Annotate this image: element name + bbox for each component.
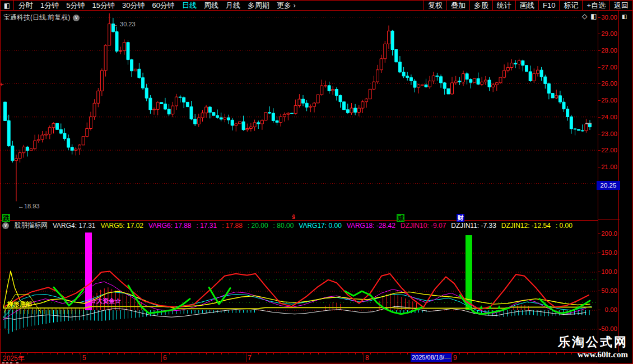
tool-button-6[interactable]: F10	[538, 1, 559, 11]
left-edge-marker: +	[0, 80, 4, 88]
menu-item-1[interactable]: 分时	[18, 1, 33, 11]
tool-button-9[interactable]: 返回	[609, 1, 632, 11]
menu-bar: ◧ 分时1分钟5分钟15分钟30分钟60分钟日线周线月线多周期更多 › 复权叠加…	[1, 1, 632, 11]
menu-item-11[interactable]: 更多 ›	[277, 1, 296, 11]
s-signal-marker: ŝ	[290, 213, 297, 221]
watermark-site-name: 乐淘公式网	[558, 335, 628, 349]
price-axis-label: 24.00	[601, 114, 617, 120]
window-split-icon[interactable]: ◧	[1, 1, 14, 11]
high-price-annotation: ← 30.23	[112, 21, 136, 27]
price-axis-label: 25.00	[601, 97, 617, 104]
watermark-url: www.60lt.com	[558, 349, 628, 360]
tool-button-4[interactable]: 统计	[492, 1, 515, 11]
tool-button-3[interactable]: 多股	[469, 1, 492, 11]
candlestick-chart[interactable]	[1, 11, 598, 220]
low-price-annotation: ←18.93	[18, 203, 40, 209]
indicator-axis-label: 0.00	[605, 306, 617, 313]
price-axis: 20.25 30.0029.0028.0027.0026.0025.0024.0…	[598, 11, 619, 352]
indicator-param-1: VARG4: 17.31	[53, 222, 96, 230]
indicator-axis-label: 100.0	[601, 268, 617, 275]
indicator-param-3: VARG6: 17.88	[148, 222, 192, 230]
fall-signal-badge: 跌	[2, 214, 10, 222]
selected-date-tag: 2025/08/18/—	[411, 353, 452, 362]
indicator-header: ∨ 股朋指标网 VARG4: 17.31VARG5: 17.02VARG6: 1…	[2, 221, 573, 230]
menu-item-6[interactable]: 60分钟	[152, 1, 174, 11]
indicator-param-5: : 17.88	[222, 222, 243, 230]
diamond-icon[interactable]: ◇	[582, 12, 590, 20]
watermark: 乐淘公式网 www.60lt.com	[558, 335, 628, 360]
big-money-label: ☆大资金☆	[90, 297, 121, 305]
indicator-param-9: VARG18: -28.42	[347, 222, 395, 230]
indicator-param-12: DZJIN12: -12.54	[501, 222, 551, 230]
selected-date-dash: —	[444, 354, 450, 361]
tool-button-8[interactable]: +自选	[582, 1, 609, 11]
menu-item-4[interactable]: 15分钟	[92, 1, 114, 11]
chevron-down-icon[interactable]: ∨	[73, 15, 80, 21]
time-axis-label: 2025年	[3, 354, 25, 363]
jian-signal-badge: 减	[397, 214, 404, 222]
indicator-param-11: DZJIN11: -7.33	[451, 222, 496, 230]
price-axis-label: 21.00	[601, 164, 617, 170]
indicator-param-8: VARG17: 0.00	[299, 222, 342, 230]
indicator-param-4: : 17.31	[197, 222, 217, 230]
indicator-param-13: : 0.00	[556, 222, 573, 230]
tool-button-7[interactable]: 标记	[559, 1, 582, 11]
menu-item-9[interactable]: 月线	[226, 1, 240, 11]
menu-item-2[interactable]: 1分钟	[40, 1, 59, 11]
menu-item-10[interactable]: 多周期	[248, 1, 269, 11]
tool-button-2[interactable]: 叠加	[446, 1, 469, 11]
main-chart-panel[interactable]: 宝通科技(日线.前复权) ∨ ◇◧ ← 30.23 ←18.93 + 跌 ŝ 减…	[1, 11, 598, 220]
ladder-bottom-label: 梯形底部	[7, 300, 32, 309]
menu-item-3[interactable]: 5分钟	[66, 1, 85, 11]
indicator-axis-label: 50.00	[601, 287, 617, 294]
right-side-strip: ◧	[620, 11, 633, 352]
panel-split-icon[interactable]: ◧	[622, 13, 627, 20]
indicator-param-2: VARG5: 17.02	[101, 222, 144, 230]
time-axis-label: 6	[163, 354, 167, 362]
time-axis-label: 5	[82, 354, 86, 362]
indicator-axis-label: 150.0	[601, 249, 617, 256]
toolbar-buttons: 复权叠加多股统计画线F10标记+自选返回	[423, 1, 632, 11]
cai-signal-badge: 财	[457, 214, 464, 222]
menu-item-8[interactable]: 周线	[204, 1, 218, 11]
indicator-param-10: DZJIN10: -9.07	[401, 222, 446, 230]
indicator-panel[interactable]: 梯形底部 ☆大资金☆	[1, 220, 598, 352]
stock-app-window: ◧ 分时1分钟5分钟15分钟30分钟60分钟日线周线月线多周期更多 › 复权叠加…	[0, 0, 633, 364]
menu-item-7[interactable]: 日线	[182, 1, 197, 11]
price-axis-label: 26.00	[601, 80, 617, 87]
indicator-name: 股朋指标网	[14, 221, 48, 230]
time-axis-label: 9	[453, 354, 457, 362]
chart-title: 宝通科技(日线.前复权) ∨	[3, 13, 80, 22]
price-axis-label: 29.00	[601, 30, 617, 37]
price-axis-label: 22.00	[601, 147, 617, 153]
time-axis-label: 7	[248, 354, 252, 362]
indicator-chart[interactable]	[1, 221, 598, 353]
tool-button-5[interactable]: 画线	[515, 1, 538, 11]
time-axis-label: 8	[365, 354, 369, 362]
price-axis-label: 28.00	[601, 47, 617, 54]
time-axis[interactable]: 2025/08/18/— 2025年56789	[1, 352, 598, 362]
price-axis-label: 27.00	[601, 64, 617, 71]
indicator-axis-label: 200.0	[601, 230, 617, 237]
last-price-tag: 20.25	[597, 181, 620, 190]
price-axis-label: 30.00	[601, 14, 617, 21]
price-axis-label: 23.00	[601, 130, 617, 137]
indicator-param-7: : 80.00	[273, 222, 294, 230]
chevron-down-icon[interactable]: ∨	[2, 222, 9, 229]
selected-date-text: 2025/08/18/	[412, 354, 444, 361]
period-menu: 分时1分钟5分钟15分钟30分钟60分钟日线周线月线多周期更多 ›	[14, 1, 296, 11]
tool-button-1[interactable]: 复权	[423, 1, 446, 11]
stock-title-label: 宝通科技(日线.前复权)	[3, 13, 70, 22]
indicator-axis-label: -50.00	[599, 325, 617, 332]
menu-item-5[interactable]: 30分钟	[122, 1, 145, 11]
indicator-param-6: : 20.00	[248, 222, 268, 230]
